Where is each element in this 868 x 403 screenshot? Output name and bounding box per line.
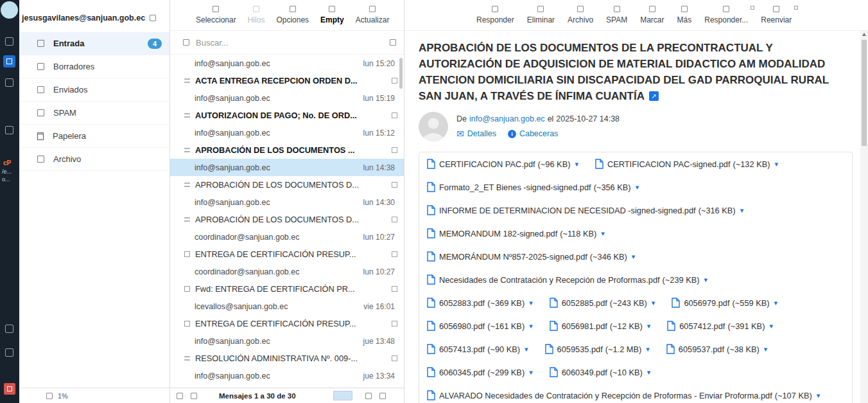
message-row-sender[interactable]: lcevallos@sanjuan.gob.ec vie 16:01 (170, 298, 404, 315)
message-row-subject[interactable]: ENTREGA DE CERTIFICACIÓN PRESUP... (170, 246, 404, 263)
rail-item-active-icon[interactable] (3, 55, 15, 67)
rail-item-icon[interactable] (5, 325, 13, 333)
message-row-subject[interactable]: Fwd: ENTREGA DE CERTIFICACIÓN PR... (170, 280, 404, 298)
toolbar-button[interactable]: Hilos (248, 6, 265, 24)
attachment-menu-caret[interactable]: ▾ (817, 391, 820, 400)
message-row-subject[interactable]: ACTA ENTREGA RECEPCION ORDEN D... (170, 72, 404, 89)
attachment[interactable]: 6060345.pdf (~299 KB) ▾ (427, 367, 533, 377)
attachment[interactable]: MEMORÁNDUM Nº857-2025-signed.pdf (~346 K… (427, 251, 635, 262)
rail-item-icon[interactable] (5, 78, 13, 87)
rail-item-icon[interactable] (5, 348, 13, 357)
message-row-sender[interactable]: info@sanjuan.gob.ec jue 13:34 (170, 367, 404, 384)
attachment-menu-caret[interactable]: ▾ (769, 322, 773, 330)
attachment[interactable]: INFORME DE DETERMINACION DE NECESIDAD -s… (427, 205, 743, 215)
message-row-subject[interactable]: APROBACIÓN DE LOS DOCUMENTOS ... (170, 141, 404, 159)
message-checkbox[interactable] (392, 286, 397, 292)
attachment-menu-caret[interactable]: ▾ (647, 368, 651, 377)
attachment-menu-caret[interactable]: ▾ (775, 160, 779, 168)
attachment-menu-caret[interactable]: ▾ (652, 299, 655, 307)
message-checkbox[interactable] (392, 78, 397, 84)
attachment-menu-caret[interactable]: ▾ (632, 253, 636, 261)
attachment[interactable]: 6057413.pdf (~90 KB) ▾ (427, 344, 528, 354)
search-input[interactable] (196, 38, 383, 48)
toolbar-button[interactable]: Archivo (568, 6, 593, 24)
message-row-sender[interactable]: info@sanjuan.gob.ec lun 14:38 (170, 159, 404, 176)
message-checkbox[interactable] (392, 182, 397, 188)
message-checkbox[interactable] (392, 217, 397, 222)
folder-item[interactable]: Archivo (19, 148, 169, 171)
rail-item-icon[interactable] (5, 126, 13, 134)
toolbar-button[interactable]: Reenviar (761, 6, 792, 24)
message-checkbox[interactable] (392, 251, 397, 257)
attachment[interactable]: 6052883.pdf (~369 KB) ▾ (427, 298, 533, 308)
attachment[interactable]: ALVARADO Necesidades de Contratación y R… (427, 390, 820, 400)
message-checkbox[interactable] (392, 112, 397, 118)
attachment[interactable]: 6056981.pdf (~12 KB) ▾ (550, 321, 651, 331)
footer-prev-icon[interactable] (365, 393, 372, 399)
details-link[interactable]: ✉ Detalles (456, 129, 496, 138)
toolbar-button[interactable]: Responder (476, 6, 514, 24)
toolbar-button[interactable]: Más (677, 6, 692, 24)
message-row-subject[interactable]: ENTREGA DE CERTIFICACIÓN PRESUP... (170, 315, 404, 332)
attachment-menu-caret[interactable]: ▾ (646, 345, 650, 354)
footer-select-checkbox[interactable] (177, 393, 183, 399)
attachment[interactable]: 6052885.pdf (~243 KB) ▾ (550, 298, 655, 308)
message-row-sender[interactable]: info@sanjuan.gob.ec jue 13:48 (170, 332, 404, 350)
toolbar-button[interactable]: Responder... (704, 6, 748, 24)
attachment-menu-caret[interactable]: ▾ (529, 299, 533, 307)
folder-item[interactable]: Enviados (19, 78, 169, 102)
reader-scrollbar-thumb[interactable] (862, 40, 867, 146)
attachment[interactable]: 6056979.pdf (~559 KB) ▾ (672, 298, 777, 308)
message-checkbox[interactable] (392, 355, 397, 361)
attachment[interactable]: 6057412.pdf (~391 KB) ▾ (667, 321, 773, 331)
attachment[interactable]: Formato_2_ET Bienes -signed-signed.pdf (… (427, 182, 639, 192)
message-row-subject[interactable]: RESOLUCIÓN ADMINISTRATIVA Nº. 009-... (170, 350, 404, 367)
message-row-subject[interactable]: AUTORIZACION DE PAGO; No. DE ORD... (170, 107, 404, 124)
attachment-menu-caret[interactable]: ▾ (529, 322, 533, 330)
open-in-new-window-icon[interactable]: ↗ (649, 91, 659, 101)
search-scope-checkbox[interactable] (183, 39, 189, 46)
folder-item[interactable]: Entrada 4 (19, 32, 169, 55)
footer-options-icon[interactable] (191, 393, 197, 399)
toolbar-button[interactable]: Eliminar (527, 6, 555, 24)
search-options-icon[interactable] (390, 39, 396, 46)
message-row-sender[interactable]: info@sanjuan.gob.ec lun 15:12 (170, 124, 404, 141)
toolbar-button[interactable]: Opciones (276, 6, 309, 24)
attachment[interactable]: Necesidades de Contratación y Recepción … (427, 274, 707, 285)
attachment-menu-caret[interactable]: ▾ (525, 345, 528, 354)
toolbar-button[interactable]: Seleccionar (196, 6, 236, 24)
message-checkbox[interactable] (392, 321, 397, 327)
attachment[interactable]: CERTIFICACION PAC-signed.pdf (~132 KB) ▾ (595, 159, 778, 169)
account-header[interactable]: jesusgavilanes@sanjuan.gob.ec (19, 0, 169, 32)
attachment-menu-caret[interactable]: ▾ (636, 183, 639, 192)
attachment[interactable]: 6056980.pdf (~161 KB) ▾ (427, 321, 533, 331)
attachment[interactable]: MEMORANDUM 182-signed.pdf (~118 KB) ▾ (427, 228, 605, 238)
page-input[interactable] (333, 391, 352, 400)
attachment-menu-caret[interactable]: ▾ (704, 276, 708, 284)
attachment[interactable]: CERTIFICACION PAC.pdf (~96 KB) ▾ (427, 159, 578, 169)
folder-item[interactable]: Papelera (19, 125, 169, 148)
headers-link[interactable]: i Cabeceras (508, 129, 558, 138)
folder-item[interactable]: SPAM (19, 102, 169, 125)
message-row-sender[interactable]: info@sanjuan.gob.ec lun 15:20 (170, 55, 404, 72)
message-row-subject[interactable]: APROBACIÓN DE LOS DOCUMENTOS D... (170, 211, 404, 228)
attachment-menu-caret[interactable]: ▾ (575, 160, 578, 168)
message-row-sender[interactable]: coordinador@sanjuan.gob.ec lun 10:27 (170, 263, 404, 280)
attachment-menu-caret[interactable]: ▾ (774, 299, 778, 307)
rail-item-icon[interactable] (5, 37, 13, 46)
attachment-menu-caret[interactable]: ▾ (601, 229, 605, 238)
scrollbar-up-arrow-icon[interactable] (862, 33, 866, 36)
attachment[interactable]: 6059537.pdf (~38 KB) ▾ (666, 344, 768, 354)
toolbar-button[interactable]: Actualizar (356, 6, 390, 24)
message-row-sender[interactable]: info@sanjuan.gob.ec lun 15:19 (170, 89, 404, 107)
list-scrollbar-thumb[interactable] (399, 58, 403, 89)
attachment-menu-caret[interactable]: ▾ (764, 345, 768, 354)
attachment[interactable]: 6059535.pdf (~1.2 MB) ▾ (545, 344, 650, 354)
attachment-menu-caret[interactable]: ▾ (647, 322, 651, 330)
message-checkbox[interactable] (392, 147, 397, 153)
message-row-subject[interactable]: APROBACIÓN DE LOS DOCUMENTOS D... (170, 176, 404, 193)
footer-next-icon[interactable] (379, 393, 386, 399)
message-row-sender[interactable]: coordinador@sanjuan.gob.ec lun 10:27 (170, 228, 404, 246)
toolbar-button[interactable]: SPAM (606, 6, 627, 24)
reader-scrollbar[interactable] (860, 31, 868, 403)
